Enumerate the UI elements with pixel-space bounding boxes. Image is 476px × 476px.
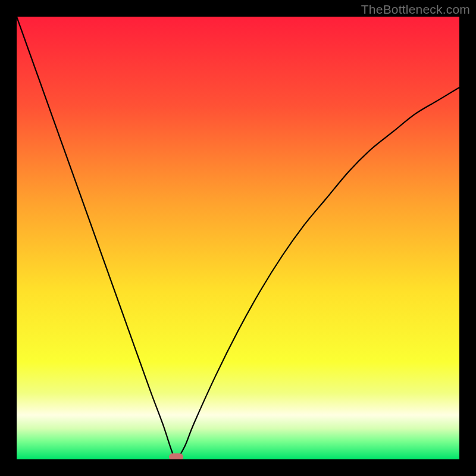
chart-frame: TheBottleneck.com xyxy=(0,0,476,476)
watermark-text: TheBottleneck.com xyxy=(361,2,470,17)
optimum-marker xyxy=(169,453,183,459)
plot-area xyxy=(17,17,459,459)
bottleneck-curve xyxy=(17,17,459,459)
